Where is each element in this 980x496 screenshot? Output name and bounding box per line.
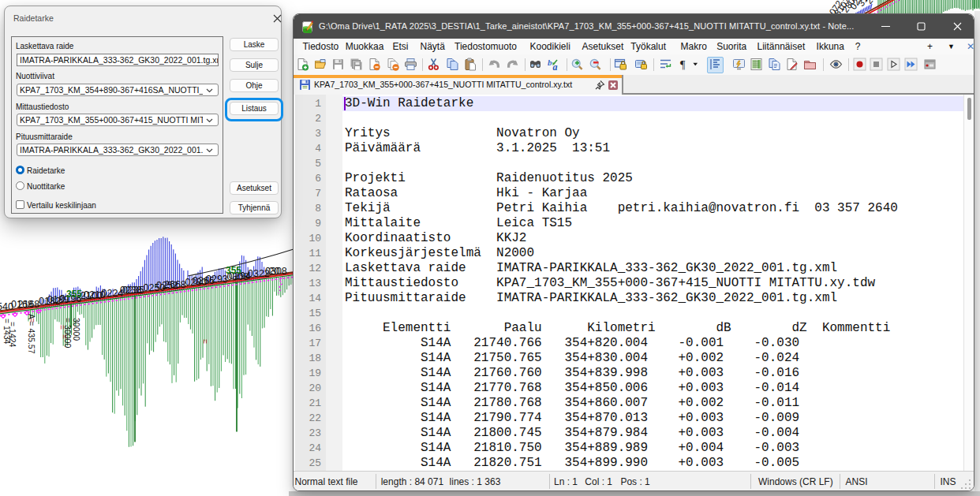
svg-text:= 1424: = 1424 [8,322,17,348]
svg-text:0168: 0168 [11,299,33,310]
svg-text:0238: 0238 [120,285,142,296]
svg-text:=: = [60,334,69,339]
svg-text:355: 355 [226,265,241,276]
svg-text:=: = [200,339,210,344]
svg-text:=: = [58,325,67,330]
svg-text:0266: 0266 [193,275,215,286]
svg-text:0308: 0308 [265,266,287,277]
svg-text:355: 355 [66,289,82,300]
svg-text:0252: 0252 [156,280,178,291]
svg-text:30000: 30000 [72,318,81,341]
svg-text:=: = [28,318,37,323]
svg-text:b: b [548,58,552,67]
svg-text:= 30000: = 30000 [63,318,73,348]
svg-text:0210: 0210 [84,289,106,300]
svg-text:¶: ¶ [680,59,686,71]
